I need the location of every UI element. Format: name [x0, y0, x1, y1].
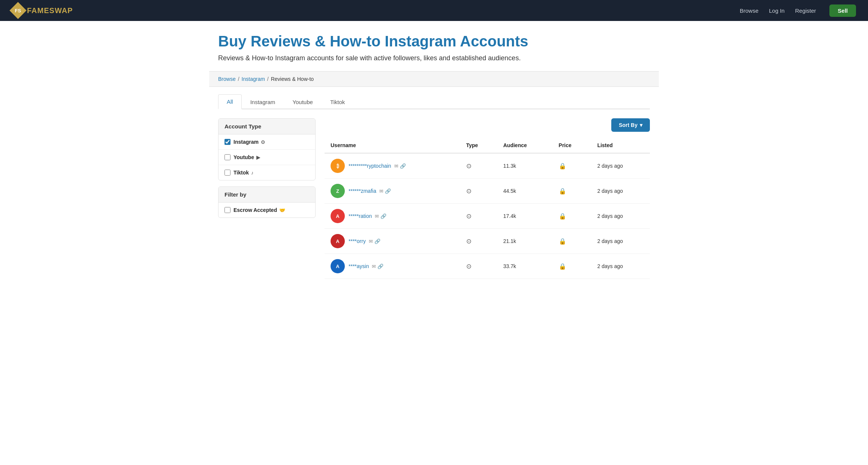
account-type-header: Account Type — [218, 119, 315, 134]
cell-audience: 33.7k — [497, 254, 553, 279]
avatar: A — [331, 234, 345, 248]
table-body: ₿ *********ryptochain ✉ 🔗 ⊙ 11.3k 🔒 2 da… — [325, 153, 650, 279]
email-icon: ✉ — [375, 213, 379, 219]
filter-instagram-item: Instagram ⊙ — [218, 134, 315, 150]
email-icon: ✉ — [372, 264, 376, 269]
tab-all[interactable]: All — [218, 94, 242, 109]
avatar: Z — [331, 184, 345, 198]
page-title: Buy Reviews & How-to Instagram Accounts — [218, 33, 650, 50]
col-username: Username — [325, 138, 460, 153]
filter-youtube-label[interactable]: Youtube ▶ — [233, 154, 260, 160]
sell-button[interactable]: Sell — [829, 4, 856, 17]
navbar: FS FAMESWAP Browse Log In Register Sell — [0, 0, 868, 21]
tab-youtube[interactable]: Youtube — [284, 94, 322, 109]
sort-chevron-icon: ▾ — [640, 122, 642, 128]
col-listed: Listed — [591, 138, 650, 153]
cell-type: ⊙ — [460, 179, 497, 204]
cell-type: ⊙ — [460, 254, 497, 279]
cell-audience: 17.4k — [497, 204, 553, 229]
youtube-icon: ▶ — [256, 155, 260, 160]
link-icon: 🔗 — [374, 238, 380, 244]
price-lock-icon: 🔒 — [559, 213, 566, 219]
tab-instagram[interactable]: Instagram — [242, 94, 284, 109]
breadcrumb-sep1: / — [238, 76, 239, 82]
filter-tiktok-label[interactable]: Tiktok ♪ — [233, 170, 253, 176]
breadcrumb-sep2: / — [267, 76, 269, 82]
filter-escrow-label[interactable]: Escrow Accepted 🤝 — [233, 207, 285, 213]
avatar: A — [331, 259, 345, 273]
cell-audience: 44.5k — [497, 179, 553, 204]
price-lock-icon: 🔒 — [559, 163, 566, 169]
filter-youtube-checkbox[interactable] — [224, 154, 230, 160]
filter-escrow-item: Escrow Accepted 🤝 — [218, 203, 315, 218]
username-icons: ✉ 🔗 — [372, 264, 383, 269]
filter-by-section: Filter by Escrow Accepted 🤝 — [218, 186, 316, 218]
link-icon: 🔗 — [377, 264, 383, 269]
logo-link[interactable]: FS FAMESWAP — [12, 4, 73, 16]
escrow-label-text: Escrow Accepted — [233, 207, 277, 213]
link-icon: 🔗 — [380, 213, 386, 219]
avatar: ₿ — [331, 159, 345, 173]
table-row[interactable]: Z ******zmafia ✉ 🔗 ⊙ 44.5k 🔒 2 days ago — [325, 179, 650, 204]
username-link[interactable]: *****ration — [349, 213, 372, 219]
breadcrumb-home[interactable]: Browse — [218, 76, 236, 82]
youtube-label-text: Youtube — [233, 154, 254, 160]
cell-username: A ****orry ✉ 🔗 — [325, 229, 460, 254]
cell-listed: 2 days ago — [591, 229, 650, 254]
type-instagram-icon: ⊙ — [466, 162, 471, 170]
account-type-filter: Account Type Instagram ⊙ Youtube ▶ — [218, 118, 316, 180]
tab-tiktok[interactable]: Tiktok — [322, 94, 353, 109]
nav-links: Browse Log In Register Sell — [740, 4, 856, 17]
cell-price: 🔒 — [553, 204, 591, 229]
instagram-label-text: Instagram — [233, 139, 259, 145]
table-row[interactable]: ₿ *********ryptochain ✉ 🔗 ⊙ 11.3k 🔒 2 da… — [325, 153, 650, 179]
table-row[interactable]: A *****ration ✉ 🔗 ⊙ 17.4k 🔒 2 days ago — [325, 204, 650, 229]
nav-browse[interactable]: Browse — [740, 7, 759, 14]
link-icon: 🔗 — [385, 188, 391, 194]
username-link[interactable]: ****aysin — [349, 263, 369, 269]
filter-instagram-checkbox[interactable] — [224, 139, 230, 145]
price-lock-icon: 🔒 — [559, 188, 566, 194]
cell-type: ⊙ — [460, 153, 497, 179]
username-icons: ✉ 🔗 — [369, 238, 380, 244]
cell-listed: 2 days ago — [591, 204, 650, 229]
table-row[interactable]: A ****orry ✉ 🔗 ⊙ 21.1k 🔒 2 days ago — [325, 229, 650, 254]
page-subtitle: Reviews & How-to Instagram accounts for … — [218, 54, 650, 62]
cell-price: 🔒 — [553, 153, 591, 179]
col-type: Type — [460, 138, 497, 153]
type-instagram-icon: ⊙ — [466, 188, 471, 195]
filter-tiktok-item: Tiktok ♪ — [218, 165, 315, 180]
sort-by-button[interactable]: Sort By ▾ — [611, 118, 650, 132]
nav-login[interactable]: Log In — [769, 7, 785, 14]
content-layout: Account Type Instagram ⊙ Youtube ▶ — [218, 118, 650, 279]
nav-register[interactable]: Register — [795, 7, 816, 14]
username-icons: ✉ 🔗 — [375, 213, 386, 219]
logo-initials: FS — [15, 8, 21, 13]
main-content: Buy Reviews & How-to Instagram Accounts … — [209, 21, 659, 279]
email-icon: ✉ — [379, 188, 383, 194]
email-icon: ✉ — [394, 163, 398, 169]
listings-table: Username Type Audience Price Listed ₿ **… — [325, 138, 650, 279]
avatar: A — [331, 209, 345, 223]
username-link[interactable]: *********ryptochain — [349, 163, 391, 169]
table-row[interactable]: A ****aysin ✉ 🔗 ⊙ 33.7k 🔒 2 days ago — [325, 254, 650, 279]
tiktok-icon: ♪ — [251, 170, 254, 176]
instagram-icon: ⊙ — [261, 139, 265, 145]
cell-audience: 11.3k — [497, 153, 553, 179]
username-link[interactable]: ****orry — [349, 238, 366, 244]
username-link[interactable]: ******zmafia — [349, 188, 376, 194]
breadcrumb-current: Reviews & How-to — [271, 76, 314, 82]
breadcrumb-bar: Browse / Instagram / Reviews & How-to — [209, 71, 659, 87]
filter-instagram-label[interactable]: Instagram ⊙ — [233, 139, 265, 145]
logo-diamond: FS — [9, 2, 26, 19]
breadcrumb-parent[interactable]: Instagram — [242, 76, 265, 82]
filter-tiktok-checkbox[interactable] — [224, 170, 230, 176]
filter-escrow-checkbox[interactable] — [224, 207, 230, 213]
main-panel: Sort By ▾ Username Type Audience Price L… — [325, 118, 650, 279]
tabs-bar: All Instagram Youtube Tiktok — [218, 94, 650, 109]
cell-type: ⊙ — [460, 229, 497, 254]
cell-username: Z ******zmafia ✉ 🔗 — [325, 179, 460, 204]
col-price: Price — [553, 138, 591, 153]
cell-audience: 21.1k — [497, 229, 553, 254]
col-audience: Audience — [497, 138, 553, 153]
